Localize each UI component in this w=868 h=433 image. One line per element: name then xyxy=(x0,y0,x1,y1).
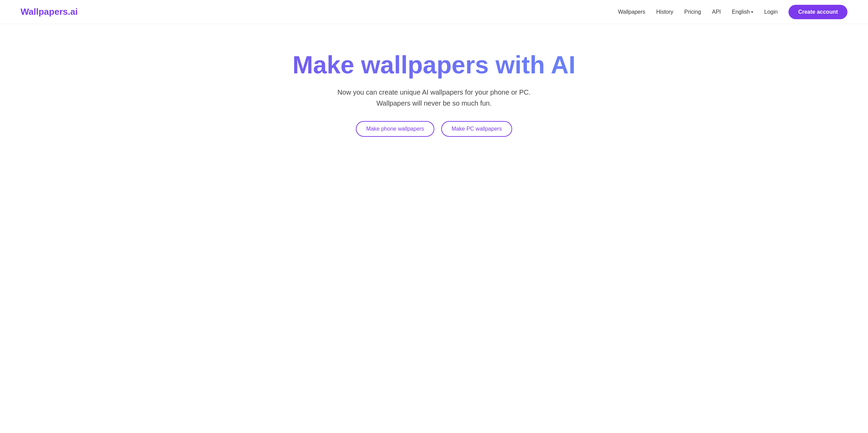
navbar: Wallpapers.ai Wallpapers History Pricing… xyxy=(0,0,868,24)
chevron-down-icon: ▾ xyxy=(751,10,753,14)
hero-title: Make wallpapers with AI xyxy=(7,51,861,79)
nav-link-pricing[interactable]: Pricing xyxy=(684,9,701,15)
nav-link-wallpapers[interactable]: Wallpapers xyxy=(618,9,645,15)
nav-link-api[interactable]: API xyxy=(712,9,721,15)
hero-subtitle: Now you can create unique AI wallpapers … xyxy=(331,87,537,109)
hero-section: Make wallpapers with AI Now you can crea… xyxy=(0,24,868,157)
make-phone-wallpapers-button[interactable]: Make phone wallpapers xyxy=(356,121,434,137)
nav-links: Wallpapers History Pricing API English ▾… xyxy=(618,5,847,19)
brand-logo[interactable]: Wallpapers.ai xyxy=(21,7,78,17)
make-pc-wallpapers-button[interactable]: Make PC wallpapers xyxy=(441,121,512,137)
language-label: English xyxy=(732,9,750,15)
create-account-button[interactable]: Create account xyxy=(788,5,847,19)
login-link[interactable]: Login xyxy=(764,9,777,15)
language-selector[interactable]: English ▾ xyxy=(732,9,753,15)
nav-link-history[interactable]: History xyxy=(656,9,673,15)
hero-buttons: Make phone wallpapers Make PC wallpapers xyxy=(7,121,861,137)
